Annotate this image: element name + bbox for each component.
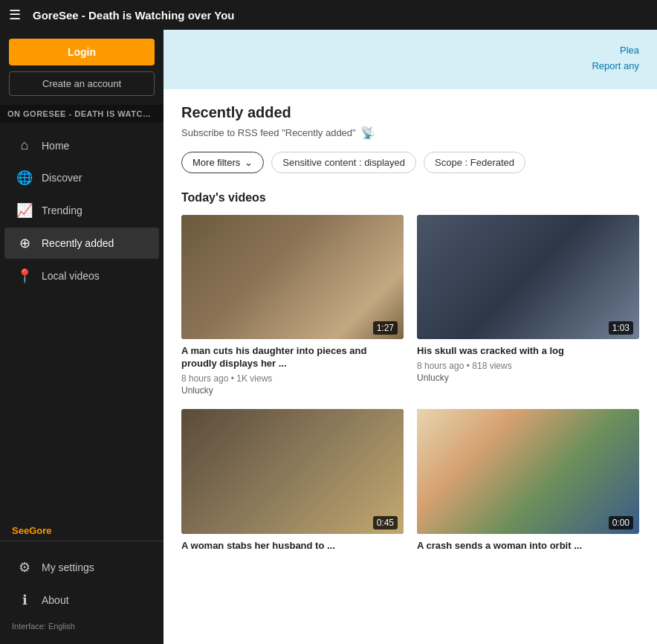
sidebar-item-recently-added[interactable]: ⊕ Recently added — [4, 228, 159, 259]
chevron-down-icon: ⌄ — [245, 157, 253, 168]
sidebar-bottom: ⚙ My settings ℹ About Interface: English — [0, 541, 164, 644]
thumb-bg-4 — [417, 409, 639, 533]
video-title-4: A crash sends a woman into orbit ... — [417, 540, 639, 553]
video-card-2[interactable]: 1:03 His skull was cracked with a log 8 … — [417, 215, 639, 396]
todays-videos-title: Today's videos — [181, 191, 639, 205]
video-duration-2: 1:03 — [609, 321, 633, 335]
trending-icon: 📈 — [16, 202, 33, 219]
sidebar-item-about-label: About — [42, 594, 69, 606]
menu-icon[interactable]: ☰ — [9, 7, 21, 23]
sensitive-content-filter[interactable]: Sensitive content : displayed — [271, 152, 416, 173]
video-title-2: His skull was cracked with a log — [417, 345, 639, 358]
language-label: Interface: English — [0, 617, 164, 635]
sidebar-item-discover-label: Discover — [42, 172, 82, 184]
location-icon: 📍 — [16, 268, 33, 284]
main-layout: Login Create an account ON GORESEE - DEA… — [0, 30, 657, 644]
sidebar-item-settings[interactable]: ⚙ My settings — [4, 552, 159, 583]
topbar-title: GoreSee - Death is Watching over You — [33, 9, 234, 22]
sidebar-item-settings-label: My settings — [42, 561, 94, 573]
settings-icon: ⚙ — [16, 559, 33, 576]
home-icon: ⌂ — [16, 138, 33, 153]
video-time-1: 8 hours ago — [181, 373, 228, 384]
thumb-bg-2 — [417, 215, 639, 339]
video-card-1[interactable]: 1:27 A man cuts his daughter into pieces… — [181, 215, 404, 396]
video-time-2: 8 hours ago — [417, 361, 464, 371]
video-channel-1: Unlucky — [181, 385, 404, 396]
globe-icon: 🌐 — [16, 170, 33, 186]
topbar: ☰ GoreSee - Death is Watching over You — [0, 0, 657, 30]
sidebar-ticker: ON GORESEE - DEATH IS WATCHING OV — [0, 105, 164, 123]
video-thumbnail-2: 1:03 — [417, 215, 639, 339]
video-thumbnail-4: 0:00 — [417, 409, 639, 533]
rss-icon[interactable]: 📡 — [360, 126, 375, 140]
content-area: Recently added Subscribe to RSS feed "Re… — [164, 89, 657, 644]
create-account-button[interactable]: Create an account — [9, 71, 155, 96]
sidebar-auth: Login Create an account — [0, 30, 164, 105]
login-button[interactable]: Login — [9, 39, 155, 65]
video-channel-2: Unlucky — [417, 373, 639, 383]
banner: Plea Report any — [164, 30, 657, 89]
video-views-1: 1K views — [236, 373, 272, 384]
sidebar-item-local-videos-label: Local videos — [42, 270, 100, 282]
rss-line: Subscribe to RSS feed "Recently added" 📡 — [181, 126, 639, 140]
sidebar-item-home[interactable]: ⌂ Home — [4, 130, 159, 161]
sidebar-item-discover[interactable]: 🌐 Discover — [4, 162, 159, 193]
more-filters-label: More filters — [192, 157, 240, 168]
video-grid: 1:27 A man cuts his daughter into pieces… — [181, 215, 639, 556]
thumb-bg-1 — [181, 215, 404, 339]
sidebar: Login Create an account ON GORESEE - DEA… — [0, 30, 164, 644]
video-duration-1: 1:27 — [373, 321, 398, 335]
video-thumbnail-1: 1:27 — [181, 215, 404, 339]
sidebar-item-trending[interactable]: 📈 Trending — [4, 195, 159, 226]
rss-text: Subscribe to RSS feed "Recently added" — [181, 127, 356, 138]
video-duration-4: 0:00 — [609, 516, 633, 529]
seegore-link[interactable]: SeeGore — [0, 521, 164, 541]
sidebar-item-trending-label: Trending — [42, 205, 82, 216]
video-views-2: 818 views — [472, 361, 511, 371]
section-title: Recently added — [181, 104, 639, 121]
video-card-4[interactable]: 0:00 A crash sends a woman into orbit ..… — [417, 409, 639, 555]
more-filters-button[interactable]: More filters ⌄ — [181, 152, 264, 173]
video-title-1: A man cuts his daughter into pieces and … — [181, 345, 404, 370]
scope-filter[interactable]: Scope : Federated — [424, 152, 525, 173]
video-thumbnail-3: 0:45 — [181, 409, 404, 533]
thumb-bg-3 — [181, 409, 404, 533]
sidebar-item-recently-added-label: Recently added — [42, 237, 114, 249]
main-content: Plea Report any Recently added Subscribe… — [164, 30, 657, 644]
video-meta-2: 8 hours ago • 818 views — [417, 361, 639, 371]
sidebar-item-home-label: Home — [42, 140, 69, 152]
filters-row: More filters ⌄ Sensitive content : displ… — [181, 152, 639, 173]
video-duration-3: 0:45 — [373, 516, 398, 529]
video-card-3[interactable]: 0:45 A woman stabs her husband to ... — [181, 409, 404, 555]
banner-please-text: Plea — [620, 45, 639, 56]
banner-report-link[interactable]: Report any — [592, 60, 639, 71]
recently-added-icon: ⊕ — [16, 235, 33, 251]
video-title-3: A woman stabs her husband to ... — [181, 540, 404, 553]
sidebar-nav: ⌂ Home 🌐 Discover 📈 Trending ⊕ Recently … — [0, 123, 164, 521]
sidebar-item-local-videos[interactable]: 📍 Local videos — [4, 260, 159, 292]
about-icon: ℹ — [16, 592, 33, 608]
sidebar-item-about[interactable]: ℹ About — [4, 585, 159, 616]
video-meta-1: 8 hours ago • 1K views — [181, 373, 404, 384]
